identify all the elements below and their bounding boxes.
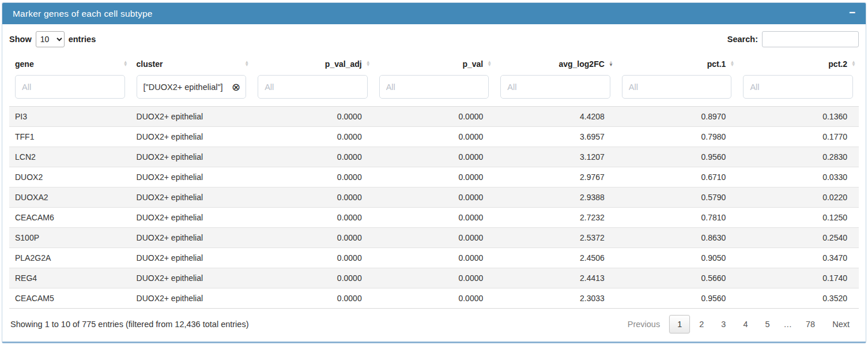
page-button-4[interactable]: 4: [735, 315, 756, 333]
table-row[interactable]: DUOX2DUOX2+ epithelial0.00000.00002.9767…: [9, 167, 859, 187]
cell-avg_log2FC: 4.4208: [495, 107, 616, 127]
page-button-2[interactable]: 2: [691, 315, 712, 333]
search-input[interactable]: [762, 31, 859, 47]
cell-pct.1: 0.7810: [616, 208, 738, 228]
cell-gene: CEACAM5: [9, 288, 131, 309]
cell-cluster: DUOX2+ epithelial: [131, 127, 252, 147]
page-button-3[interactable]: 3: [713, 315, 734, 333]
collapse-button[interactable]: −: [848, 7, 856, 18]
clear-filter-icon[interactable]: ⊗: [232, 82, 240, 92]
cell-p_val_adj: 0.0000: [252, 107, 373, 127]
filter-input-cluster[interactable]: [137, 75, 247, 99]
table-row[interactable]: LCN2DUOX2+ epithelial0.00000.00003.12070…: [9, 147, 859, 167]
cell-p_val: 0.0000: [373, 187, 495, 208]
previous-page-button[interactable]: Previous: [620, 315, 668, 333]
cell-cluster: DUOX2+ epithelial: [131, 147, 252, 167]
cell-pct.1: 0.7980: [616, 127, 738, 147]
cell-gene: PLA2G2A: [9, 248, 131, 268]
minus-icon: −: [849, 6, 855, 18]
page-length-select[interactable]: 10: [36, 31, 65, 47]
page: Marker genes of each cell subtype − Show…: [0, 0, 868, 345]
cell-pct.1: 0.9560: [616, 288, 738, 309]
column-label: cluster: [137, 59, 163, 69]
column-label: gene: [15, 59, 34, 69]
search-label: Search:: [727, 35, 758, 44]
cell-cluster: DUOX2+ epithelial: [131, 268, 252, 288]
column-header-row: gene▲▼cluster▲▼p_val_adj▲▼p_val▲▼avg_log…: [9, 54, 859, 74]
column-label: p_val: [462, 59, 483, 69]
cell-pct.2: 0.1740: [737, 268, 859, 288]
cell-pct.2: 0.0220: [737, 187, 859, 208]
cell-cluster: DUOX2+ epithelial: [131, 248, 252, 268]
filter-cell: [495, 74, 616, 107]
table-row[interactable]: REG4DUOX2+ epithelial0.00000.00002.44130…: [9, 268, 859, 288]
cell-cluster: DUOX2+ epithelial: [131, 228, 252, 248]
page-button-78[interactable]: 78: [798, 315, 823, 333]
cell-p_val: 0.0000: [373, 127, 495, 147]
filter-cell: [373, 74, 495, 107]
filter-input-pct.1[interactable]: [622, 75, 732, 99]
column-header-avg_log2FC[interactable]: avg_log2FC▲▼: [495, 54, 616, 74]
cell-p_val: 0.0000: [373, 288, 495, 309]
cell-p_val_adj: 0.0000: [252, 208, 373, 228]
cell-p_val_adj: 0.0000: [252, 167, 373, 187]
table-row[interactable]: DUOXA2DUOX2+ epithelial0.00000.00002.938…: [9, 187, 859, 208]
column-header-p_val_adj[interactable]: p_val_adj▲▼: [252, 54, 373, 74]
filter-input-pct.2[interactable]: [743, 75, 853, 99]
filter-cell: [616, 74, 738, 107]
cell-gene: LCN2: [9, 147, 131, 167]
table-row[interactable]: CEACAM6DUOX2+ epithelial0.00000.00002.72…: [9, 208, 859, 228]
cell-avg_log2FC: 3.6957: [495, 127, 616, 147]
column-label: pct.1: [707, 59, 726, 69]
next-page-button[interactable]: Next: [824, 315, 858, 333]
column-header-pct.2[interactable]: pct.2▲▼: [737, 54, 859, 74]
filter-input-p_val_adj[interactable]: [258, 75, 368, 99]
filter-input-avg_log2FC[interactable]: [500, 75, 610, 99]
sort-icon: ▲▼: [730, 61, 734, 67]
cell-p_val_adj: 0.0000: [252, 187, 373, 208]
filter-input-gene[interactable]: [15, 75, 125, 99]
column-filter-row: ⊗: [9, 74, 859, 107]
column-header-gene[interactable]: gene▲▼: [9, 54, 131, 74]
cell-pct.2: 0.1770: [737, 127, 859, 147]
table-row[interactable]: PLA2G2ADUOX2+ epithelial0.00000.00002.45…: [9, 248, 859, 268]
column-label: avg_log2FC: [558, 59, 604, 69]
table-head: gene▲▼cluster▲▼p_val_adj▲▼p_val▲▼avg_log…: [9, 54, 859, 107]
table-footer: Showing 1 to 10 of 775 entries (filtered…: [9, 309, 859, 336]
cell-pct.2: 0.2830: [737, 147, 859, 167]
cell-gene: PI3: [9, 107, 131, 127]
column-header-p_val[interactable]: p_val▲▼: [373, 54, 495, 74]
sort-icon: ▲▼: [487, 61, 492, 67]
page-button-1[interactable]: 1: [669, 315, 690, 333]
page-button-78-item: 78: [798, 315, 823, 333]
table-row[interactable]: TFF1DUOX2+ epithelial0.00000.00003.69570…: [9, 127, 859, 147]
previous-page-button-item: Previous: [620, 315, 668, 333]
cell-gene: DUOXA2: [9, 187, 131, 208]
cell-pct.1: 0.6710: [616, 167, 738, 187]
sort-icon: ▲▼: [244, 61, 249, 67]
table-row[interactable]: S100PDUOX2+ epithelial0.00000.00002.5372…: [9, 228, 859, 248]
table-row[interactable]: PI3DUOX2+ epithelial0.00000.00004.42080.…: [9, 107, 859, 127]
search-control: Search:: [727, 31, 859, 47]
cell-pct.2: 0.2540: [737, 228, 859, 248]
cell-pct.2: 0.1360: [737, 107, 859, 127]
column-label: p_val_adj: [325, 59, 362, 69]
cell-pct.1: 0.8630: [616, 228, 738, 248]
cell-gene: S100P: [9, 228, 131, 248]
cell-cluster: DUOX2+ epithelial: [131, 187, 252, 208]
entries-label: entries: [69, 35, 96, 44]
table-row[interactable]: CEACAM5DUOX2+ epithelial0.00000.00002.30…: [9, 288, 859, 309]
filter-cell: [252, 74, 373, 107]
pagination-ellipsis-item: …: [779, 315, 797, 333]
page-button-5-item: 5: [757, 315, 778, 333]
filter-input-p_val[interactable]: [379, 75, 489, 99]
page-button-1-item: 1: [669, 315, 690, 333]
cell-pct.2: 0.3470: [737, 248, 859, 268]
page-length-control: Show 10 entries: [9, 31, 96, 47]
filter-cell: ⊗: [131, 74, 252, 107]
marker-genes-panel: Marker genes of each cell subtype − Show…: [2, 2, 866, 343]
column-header-cluster[interactable]: cluster▲▼: [131, 54, 252, 74]
page-button-5[interactable]: 5: [757, 315, 778, 333]
column-header-pct.1[interactable]: pct.1▲▼: [616, 54, 738, 74]
sort-icon: ▲▼: [609, 61, 613, 67]
